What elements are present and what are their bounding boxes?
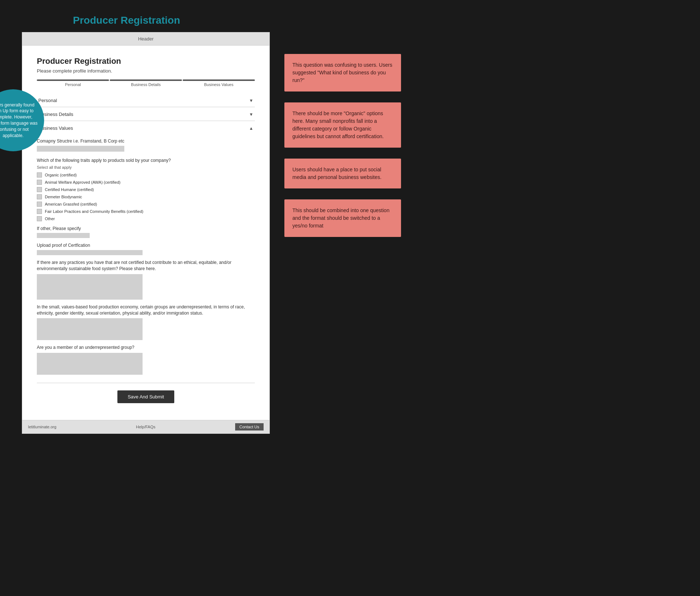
annotation-text-4: This should be combined into one questio… xyxy=(292,207,389,229)
tab-business-details[interactable]: Business Details xyxy=(110,79,182,87)
accordion-business-details: Business Details ▼ xyxy=(37,108,255,121)
annotations-panel: This question was confusing to users. Us… xyxy=(284,32,401,237)
checkbox-certified-humane-label: Certified Humane (certified) xyxy=(45,187,94,192)
form-container: Users generally found Sign Up form easy … xyxy=(22,46,269,420)
company-structure-input-bar xyxy=(37,146,124,152)
tab-business-values[interactable]: Business Values xyxy=(183,79,255,87)
main-layout: Header Users generally found Sign Up for… xyxy=(22,32,678,434)
traits-subtext: Select all that apply xyxy=(37,165,255,170)
accordion-business-details-arrow: ▼ xyxy=(249,112,253,117)
traits-question: Which of the following traits apply to p… xyxy=(37,157,255,164)
member-question: Are you a member of an underrepresented … xyxy=(37,344,255,351)
annotation-card-4: This should be combined into one questio… xyxy=(284,199,401,237)
annotation-text-2: There should be more "Organic" options h… xyxy=(292,110,384,139)
traits-checkboxes: Organic (certified) Animal Welfare Appro… xyxy=(37,172,255,221)
if-other-input[interactable] xyxy=(37,233,90,238)
checkbox-awa-label: Animal Welfare Approved (AWA) (certified… xyxy=(45,180,120,184)
checkbox-fair-labor-box[interactable] xyxy=(37,209,42,214)
checkbox-organic-box[interactable] xyxy=(37,172,42,178)
checkbox-other-label: Other xyxy=(45,217,55,221)
ethical-textarea[interactable] xyxy=(37,274,143,300)
browser-header: Header xyxy=(22,32,269,46)
checkbox-other[interactable]: Other xyxy=(37,216,255,221)
annotation-card-1: This question was confusing to users. Us… xyxy=(284,54,401,91)
upload-input[interactable] xyxy=(37,250,143,255)
underrepresented-question: In the small, values-based food producti… xyxy=(37,304,255,316)
checkbox-grassfed-label: American Grassfed (certified) xyxy=(45,202,97,206)
accordion-personal-arrow: ▼ xyxy=(249,98,253,103)
contact-us-button[interactable]: Contact Us xyxy=(235,423,264,431)
checkbox-awa-box[interactable] xyxy=(37,180,42,185)
checkbox-demeter-box[interactable] xyxy=(37,194,42,199)
checkbox-organic-label: Organic (certified) xyxy=(45,173,77,177)
annotation-text-3: Users should have a place to put social … xyxy=(292,167,381,180)
form-subtitle: Please complete profile information. xyxy=(37,68,255,74)
page-title: Producer Registration xyxy=(73,15,678,26)
checkbox-awa[interactable]: Animal Welfare Approved (AWA) (certified… xyxy=(37,180,255,185)
browser-footer: letitluminate.org Help/FAQs Contact Us xyxy=(22,420,269,433)
checkbox-other-box[interactable] xyxy=(37,216,42,221)
accordion-personal-header[interactable]: Personal ▼ xyxy=(37,94,255,107)
annotation-card-3: Users should have a place to put social … xyxy=(284,159,401,188)
browser-window: Header Users generally found Sign Up for… xyxy=(22,32,270,434)
checkbox-certified-humane-box[interactable] xyxy=(37,187,42,192)
progress-tabs: Personal Business Details Business Value… xyxy=(37,79,255,87)
checkbox-demeter[interactable]: Demeter Biodynamic xyxy=(37,194,255,199)
underrepresented-textarea[interactable] xyxy=(37,318,143,340)
tab-personal[interactable]: Personal xyxy=(37,79,109,87)
checkbox-certified-humane[interactable]: Certified Humane (certified) xyxy=(37,187,255,192)
teal-annotation-text: Users generally found Sign Up form easy … xyxy=(0,102,38,139)
save-submit-button[interactable]: Save And Submit xyxy=(117,390,174,403)
accordion-business-values: Business Values ▲ Comapny Structre i.e. … xyxy=(37,122,255,383)
checkbox-fair-labor-label: Fair Labor Practices and Community Benef… xyxy=(45,209,143,214)
checkbox-grassfed[interactable]: American Grassfed (certified) xyxy=(37,202,255,207)
member-textarea[interactable] xyxy=(37,353,143,375)
company-structure-placeholder-text: Comapny Structre i.e. Framstand, B Corp … xyxy=(37,138,255,144)
accordion-business-values-header[interactable]: Business Values ▲ xyxy=(37,122,255,135)
checkbox-grassfed-box[interactable] xyxy=(37,202,42,207)
upload-label: Upload proof of Certfication xyxy=(37,242,255,249)
business-values-content: Comapny Structre i.e. Framstand, B Corp … xyxy=(37,135,255,383)
accordion-business-details-header[interactable]: Business Details ▼ xyxy=(37,108,255,121)
accordion-personal: Personal ▼ xyxy=(37,94,255,107)
form-title: Producer Registration xyxy=(37,57,255,66)
checkbox-organic[interactable]: Organic (certified) xyxy=(37,172,255,178)
annotation-card-2: There should be more "Organic" options h… xyxy=(284,102,401,148)
accordion-business-values-arrow: ▲ xyxy=(249,126,253,131)
checkbox-fair-labor[interactable]: Fair Labor Practices and Community Benef… xyxy=(37,209,255,214)
checkbox-demeter-label: Demeter Biodynamic xyxy=(45,195,82,199)
footer-url: letitluminate.org xyxy=(28,425,57,429)
ethical-question: If there are any practices you have that… xyxy=(37,260,255,272)
if-other-label: If other, Please specify xyxy=(37,226,255,232)
footer-help: Help/FAQs xyxy=(136,425,155,429)
annotation-text-1: This question was confusing to users. Us… xyxy=(292,62,392,83)
